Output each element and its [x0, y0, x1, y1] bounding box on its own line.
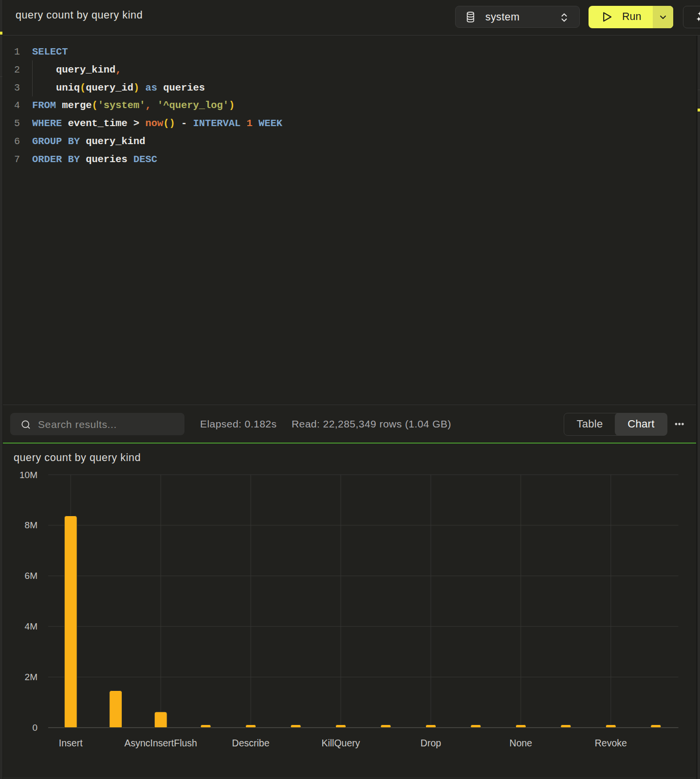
svg-text:Revoke: Revoke [595, 738, 627, 748]
svg-text:0: 0 [32, 723, 37, 733]
svg-text:Drop: Drop [421, 738, 441, 748]
svg-text:None: None [510, 738, 533, 748]
svg-text:2M: 2M [25, 672, 37, 682]
svg-text:6M: 6M [25, 571, 37, 581]
svg-text:Describe: Describe [232, 738, 270, 748]
svg-text:AsyncInsertFlush: AsyncInsertFlush [124, 738, 197, 748]
svg-text:KillQuery: KillQuery [321, 738, 360, 748]
svg-text:4M: 4M [25, 621, 37, 631]
svg-text:8M: 8M [25, 520, 37, 530]
svg-text:10M: 10M [19, 470, 37, 480]
svg-text:Insert: Insert [59, 738, 83, 748]
